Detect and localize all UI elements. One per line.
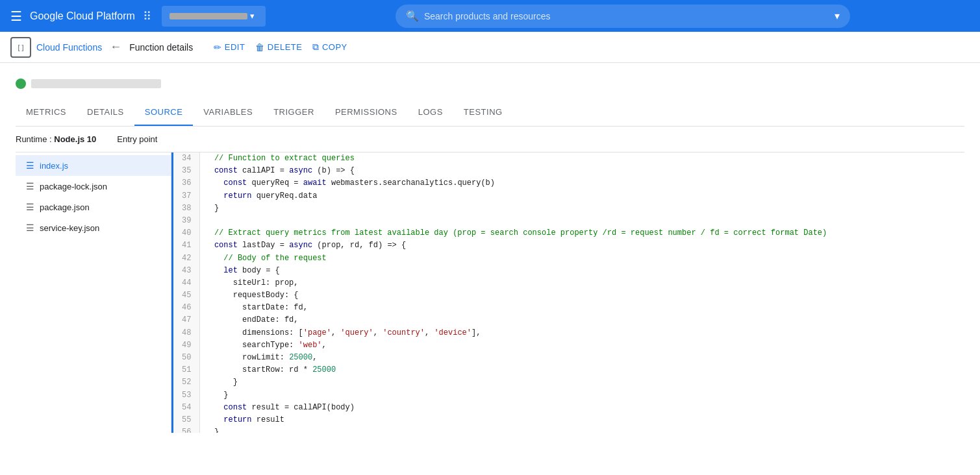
hamburger-icon[interactable]: ☰ bbox=[10, 8, 22, 24]
entry-point-info: Entry point bbox=[117, 134, 157, 144]
delete-button[interactable]: 🗑 DELETE bbox=[255, 42, 302, 53]
line-code: dimensions: ['page', 'query', 'country',… bbox=[199, 327, 964, 339]
table-row: 47 endDate: fd, bbox=[173, 314, 964, 326]
table-row: 53 } bbox=[173, 389, 964, 402]
tab-permissions[interactable]: PERMISSIONS bbox=[325, 99, 408, 126]
file-item-package-json[interactable]: ☰package.json bbox=[16, 197, 171, 217]
delete-icon: 🗑 bbox=[255, 42, 265, 53]
copy-button[interactable]: ⧉ COPY bbox=[312, 42, 347, 53]
file-name: package.json bbox=[40, 202, 90, 212]
cloud-functions-link[interactable]: Cloud Functions bbox=[36, 42, 102, 53]
action-buttons: ✏ EDIT 🗑 DELETE ⧉ COPY bbox=[214, 42, 347, 53]
line-code: // Extract query metrics from latest ava… bbox=[199, 227, 964, 239]
table-row: 40 // Extract query metrics from latest … bbox=[173, 227, 964, 239]
line-number: 41 bbox=[173, 239, 199, 252]
line-code: startRow: rd * 25000 bbox=[199, 364, 964, 376]
runtime-label: Runtime : bbox=[16, 134, 52, 144]
edit-label: EDIT bbox=[225, 42, 245, 52]
tab-source[interactable]: SOURCE bbox=[134, 99, 194, 126]
table-row: 55 return result bbox=[173, 414, 964, 426]
line-code: siteUrl: prop, bbox=[199, 277, 964, 289]
line-number: 53 bbox=[173, 389, 199, 402]
line-number: 38 bbox=[173, 202, 199, 215]
file-item-package-lock-json[interactable]: ☰package-lock.json bbox=[16, 176, 171, 197]
delete-label: DELETE bbox=[268, 42, 303, 52]
table-row: 48 dimensions: ['page', 'query', 'countr… bbox=[173, 327, 964, 339]
project-selector[interactable]: ▾ bbox=[162, 6, 266, 27]
table-row: 39 bbox=[173, 215, 964, 227]
search-icon: 🔍 bbox=[406, 10, 419, 22]
edit-icon: ✏ bbox=[214, 42, 222, 53]
file-name: service-key.json bbox=[40, 223, 99, 233]
line-code: rowLimit: 25000, bbox=[199, 352, 964, 364]
waffle-icon[interactable]: ⠿ bbox=[143, 9, 151, 23]
file-item-index-js[interactable]: ☰index.js bbox=[16, 155, 171, 176]
line-code: endDate: fd, bbox=[199, 314, 964, 326]
line-number: 54 bbox=[173, 402, 199, 414]
table-row: 37 return queryReq.data bbox=[173, 190, 964, 202]
line-code: // Function to extract queries bbox=[199, 152, 964, 165]
line-code: const result = callAPI(body) bbox=[199, 402, 964, 414]
file-icon: ☰ bbox=[26, 160, 34, 171]
file-icon: ☰ bbox=[26, 181, 34, 191]
line-number: 36 bbox=[173, 177, 199, 189]
line-number: 52 bbox=[173, 376, 199, 389]
table-row: 54 const result = callAPI(body) bbox=[173, 402, 964, 414]
line-number: 43 bbox=[173, 265, 199, 277]
file-item-service-key-json[interactable]: ☰service-key.json bbox=[16, 217, 171, 238]
tabs-bar: METRICSDETAILSSOURCEVARIABLESTRIGGERPERM… bbox=[16, 99, 964, 127]
line-number: 48 bbox=[173, 327, 199, 339]
table-row: 38 } bbox=[173, 202, 964, 215]
search-chevron-icon: ▾ bbox=[835, 10, 840, 22]
project-name bbox=[170, 13, 247, 19]
table-row: 36 const queryReq = await webmasters.sea… bbox=[173, 177, 964, 189]
meta-bar: Runtime : Node.js 10 Entry point bbox=[16, 127, 964, 152]
table-row: 42 // Body of the request bbox=[173, 252, 964, 265]
line-number: 46 bbox=[173, 302, 199, 314]
edit-button[interactable]: ✏ EDIT bbox=[214, 42, 245, 53]
entry-point-label: Entry point bbox=[117, 134, 157, 144]
table-row: 56 } bbox=[173, 426, 964, 433]
line-code: // Body of the request bbox=[199, 252, 964, 265]
line-number: 44 bbox=[173, 277, 199, 289]
tab-details[interactable]: DETAILS bbox=[77, 99, 134, 126]
table-row: 34 // Function to extract queries bbox=[173, 152, 964, 165]
table-row: 50 rowLimit: 25000, bbox=[173, 352, 964, 364]
line-number: 40 bbox=[173, 227, 199, 239]
table-row: 35 const callAPI = async (b) => { bbox=[173, 165, 964, 177]
line-number: 39 bbox=[173, 215, 199, 227]
line-code: const lastDay = async (prop, rd, fd) => … bbox=[199, 239, 964, 252]
function-header bbox=[16, 79, 964, 89]
back-button[interactable]: ← bbox=[107, 38, 124, 56]
line-number: 45 bbox=[173, 289, 199, 302]
tab-logs[interactable]: LOGS bbox=[408, 99, 453, 126]
status-dot bbox=[16, 79, 26, 89]
line-number: 50 bbox=[173, 352, 199, 364]
project-chevron-icon: ▾ bbox=[250, 11, 255, 21]
secondary-nav: [ ] Cloud Functions ← Function details ✏… bbox=[0, 32, 980, 63]
tab-testing[interactable]: TESTING bbox=[453, 99, 513, 126]
line-number: 35 bbox=[173, 165, 199, 177]
line-number: 47 bbox=[173, 314, 199, 326]
line-number: 51 bbox=[173, 364, 199, 376]
tab-metrics[interactable]: METRICS bbox=[16, 99, 77, 126]
line-code: let body = { bbox=[199, 265, 964, 277]
search-bar[interactable]: 🔍 ▾ bbox=[396, 5, 850, 28]
line-code: const queryReq = await webmasters.search… bbox=[199, 177, 964, 189]
runtime-value: Node.js 10 bbox=[54, 134, 96, 144]
function-name bbox=[31, 79, 161, 88]
cloud-functions-icon: [ ] bbox=[10, 37, 31, 58]
search-input[interactable] bbox=[424, 11, 829, 21]
table-row: 43 let body = { bbox=[173, 265, 964, 277]
line-code: } bbox=[199, 202, 964, 215]
line-number: 34 bbox=[173, 152, 199, 165]
file-name: package-lock.json bbox=[40, 182, 107, 191]
code-editor[interactable]: 34 // Function to extract queries35 cons… bbox=[171, 152, 964, 433]
table-row: 51 startRow: rd * 25000 bbox=[173, 364, 964, 376]
tab-variables[interactable]: VARIABLES bbox=[193, 99, 263, 126]
page-title: Function details bbox=[129, 42, 193, 53]
copy-label: COPY bbox=[322, 42, 347, 52]
line-code: searchType: 'web', bbox=[199, 339, 964, 352]
tab-trigger[interactable]: TRIGGER bbox=[263, 99, 325, 126]
content-area: METRICSDETAILSSOURCEVARIABLESTRIGGERPERM… bbox=[0, 63, 980, 433]
